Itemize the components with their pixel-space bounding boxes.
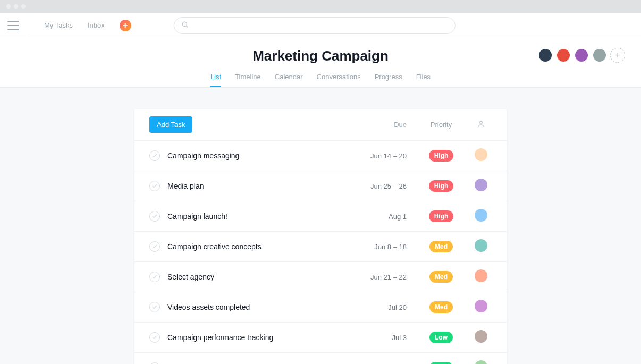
priority-pill: Med [429, 271, 453, 283]
assignee-avatar [475, 209, 487, 222]
task-row[interactable]: Videos assets completedJul 20Med [134, 292, 507, 323]
tab-conversations[interactable]: Conversations [317, 73, 361, 87]
priority-pill: Low [429, 362, 453, 364]
traffic-light-dot [21, 4, 26, 9]
task-assignee[interactable] [470, 239, 492, 254]
task-priority[interactable]: High [417, 180, 465, 192]
task-priority[interactable]: Low [417, 332, 465, 343]
content-canvas: Add Task Due Priority Campaign messaging… [0, 88, 641, 364]
task-row[interactable]: Select agencyJun 21 – 22Med [134, 262, 507, 292]
task-priority[interactable]: High [417, 210, 465, 222]
menu-icon[interactable] [7, 21, 19, 30]
project-tabs: ListTimelineCalendarConversationsProgres… [0, 73, 641, 87]
search-wrap [174, 17, 456, 34]
task-row[interactable]: Campaign messagingJun 14 – 20High [134, 141, 507, 171]
search-input[interactable] [174, 17, 456, 34]
priority-pill: Med [429, 241, 453, 252]
traffic-light-dot [14, 4, 18, 9]
assignee-avatar [475, 300, 487, 312]
member-avatar[interactable] [574, 48, 589, 63]
task-due: Jun 14 – 20 [348, 152, 407, 160]
priority-pill: High [429, 180, 454, 192]
member-avatar[interactable] [556, 48, 571, 63]
assignee-avatar [475, 148, 487, 161]
task-name: Select agency [167, 273, 348, 281]
task-assignee[interactable] [470, 209, 492, 224]
member-avatar[interactable] [592, 48, 607, 63]
task-row[interactable]: Campaign creative conceptsJun 8 – 18Med [134, 232, 507, 262]
person-icon [477, 120, 485, 128]
svg-line-1 [186, 26, 188, 27]
plus-icon: + [123, 21, 128, 30]
tab-files[interactable]: Files [416, 73, 431, 87]
svg-point-0 [182, 22, 187, 26]
task-assignee[interactable] [470, 148, 492, 163]
assignee-avatar [475, 360, 487, 364]
priority-pill: Low [429, 332, 453, 343]
complete-checkbox[interactable] [149, 211, 160, 222]
traffic-light-dot [6, 4, 11, 9]
tab-list[interactable]: List [210, 73, 221, 87]
task-due: Jun 21 – 22 [348, 273, 407, 281]
task-row[interactable]: Campaign launch!Aug 1High [134, 201, 507, 232]
priority-pill: High [429, 150, 454, 162]
tab-timeline[interactable]: Timeline [235, 73, 261, 87]
task-priority[interactable]: Med [417, 241, 465, 252]
task-row[interactable]: Campaign performance trackingJul 3Low [134, 323, 507, 353]
task-name: Videos assets completed [167, 303, 348, 311]
task-row[interactable]: Media planJun 25 – 26High [134, 171, 507, 201]
assignee-avatar [475, 179, 487, 191]
tab-progress[interactable]: Progress [375, 73, 402, 87]
add-member-button[interactable]: + [610, 48, 625, 63]
column-header-priority: Priority [417, 121, 465, 129]
quick-add-button[interactable]: + [120, 20, 131, 31]
complete-checkbox[interactable] [149, 150, 160, 161]
task-list-panel: Add Task Due Priority Campaign messaging… [134, 109, 507, 364]
complete-checkbox[interactable] [149, 181, 160, 191]
assignee-avatar [475, 330, 487, 343]
task-assignee[interactable] [470, 330, 492, 345]
task-assignee[interactable] [470, 360, 492, 364]
add-task-button[interactable]: Add Task [149, 116, 192, 133]
top-bar: My Tasks Inbox + [0, 13, 641, 38]
project-members: + [538, 48, 625, 63]
task-due: Jul 20 [348, 303, 407, 311]
task-priority[interactable]: High [417, 150, 465, 162]
project-header: Marketing Campaign + ListTimelineCalenda… [0, 38, 641, 88]
complete-checkbox[interactable] [149, 272, 160, 282]
tab-calendar[interactable]: Calendar [275, 73, 303, 87]
member-avatar[interactable] [538, 48, 553, 63]
task-priority[interactable]: Low [417, 362, 465, 364]
task-assignee[interactable] [470, 300, 492, 315]
browser-chrome [0, 0, 641, 13]
assignee-avatar [475, 239, 487, 252]
task-assignee[interactable] [470, 269, 492, 284]
divider [29, 13, 29, 38]
complete-checkbox[interactable] [149, 332, 160, 343]
priority-pill: Med [429, 301, 453, 313]
priority-pill: High [429, 210, 454, 222]
plus-icon: + [615, 50, 620, 60]
nav-inbox[interactable]: Inbox [88, 21, 105, 29]
column-header-assignee [470, 120, 492, 129]
task-priority[interactable]: Med [417, 271, 465, 283]
column-header-due: Due [348, 121, 407, 129]
task-due: Jun 25 – 26 [348, 182, 407, 190]
panel-header: Add Task Due Priority [134, 109, 507, 141]
task-name: Campaign creative concepts [167, 242, 348, 251]
task-name: Media plan [167, 182, 348, 190]
complete-checkbox[interactable] [149, 241, 160, 252]
task-assignee[interactable] [470, 179, 492, 193]
svg-point-2 [480, 121, 483, 124]
task-priority[interactable]: Med [417, 301, 465, 313]
complete-checkbox[interactable] [149, 302, 160, 312]
task-name: Campaign launch! [167, 212, 348, 221]
task-name: Campaign performance tracking [167, 333, 348, 342]
search-icon [181, 21, 189, 30]
assignee-avatar [475, 269, 487, 282]
task-due: Aug 1 [348, 213, 407, 221]
nav-my-tasks[interactable]: My Tasks [44, 21, 73, 29]
task-due: Jun 8 – 18 [348, 243, 407, 251]
task-row[interactable]: Customer stories finalizedJul 10Low [134, 353, 507, 364]
task-name: Campaign messaging [167, 151, 348, 160]
